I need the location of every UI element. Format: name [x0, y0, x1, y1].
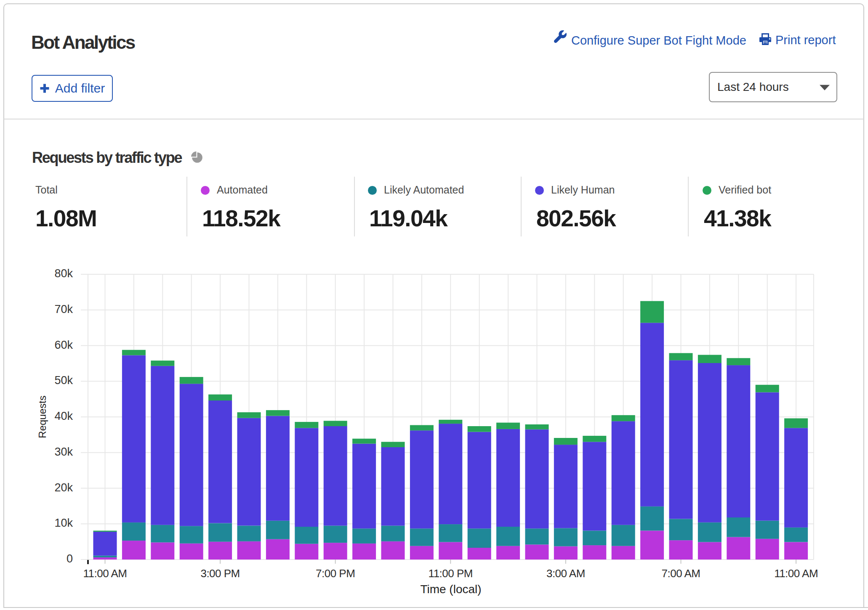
svg-text:40k: 40k: [54, 410, 73, 422]
svg-text:50k: 50k: [54, 374, 73, 387]
svg-text:3:00 AM: 3:00 AM: [546, 567, 585, 580]
svg-text:11:00 PM: 11:00 PM: [429, 567, 473, 580]
svg-text:60k: 60k: [54, 339, 73, 351]
svg-text:10k: 10k: [54, 517, 73, 529]
svg-text:80k: 80k: [54, 267, 73, 280]
svg-text:7:00 AM: 7:00 AM: [662, 567, 700, 580]
svg-text:Requests: Requests: [37, 395, 48, 438]
svg-text:70k: 70k: [54, 303, 73, 316]
svg-text:3:00 PM: 3:00 PM: [200, 567, 240, 580]
svg-text:30k: 30k: [54, 446, 73, 458]
svg-text:0: 0: [67, 552, 73, 565]
svg-text:11:00 AM: 11:00 AM: [83, 567, 127, 580]
svg-text:7:00 PM: 7:00 PM: [316, 567, 355, 580]
svg-text:Time (local): Time (local): [420, 583, 481, 596]
svg-text:20k: 20k: [54, 481, 73, 494]
svg-text:11:00 AM: 11:00 AM: [774, 567, 818, 580]
